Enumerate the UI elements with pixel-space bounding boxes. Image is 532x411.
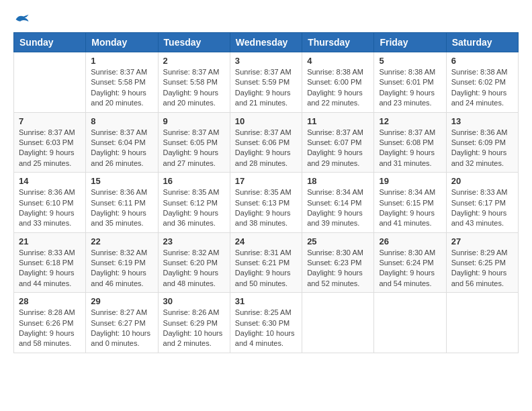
day-number: 9 <box>163 116 225 126</box>
day-info: Sunrise: 8:31 AMSunset: 6:21 PMDaylight:… <box>235 248 297 289</box>
day-info: Sunrise: 8:37 AMSunset: 5:59 PMDaylight:… <box>235 67 297 109</box>
day-info: Sunrise: 8:35 AMSunset: 6:12 PMDaylight:… <box>163 187 225 229</box>
day-number: 12 <box>379 116 441 126</box>
calendar-cell: 17Sunrise: 8:35 AMSunset: 6:13 PMDayligh… <box>230 173 302 233</box>
day-number: 19 <box>379 176 441 186</box>
day-number: 7 <box>19 116 81 126</box>
calendar-cell: 7Sunrise: 8:37 AMSunset: 6:03 PMDaylight… <box>14 112 86 173</box>
calendar-cell: 4Sunrise: 8:38 AMSunset: 6:00 PMDaylight… <box>302 52 374 113</box>
calendar-week-row: 7Sunrise: 8:37 AMSunset: 6:03 PMDaylight… <box>14 112 519 173</box>
calendar-cell: 28Sunrise: 8:28 AMSunset: 6:26 PMDayligh… <box>14 293 86 353</box>
weekday-header-friday: Friday <box>374 33 446 52</box>
day-number: 31 <box>235 296 297 306</box>
day-number: 21 <box>19 236 81 246</box>
calendar-cell: 1Sunrise: 8:37 AMSunset: 5:58 PMDaylight… <box>86 52 158 113</box>
calendar-cell: 13Sunrise: 8:36 AMSunset: 6:09 PMDayligh… <box>446 112 518 173</box>
day-info: Sunrise: 8:37 AMSunset: 6:07 PMDaylight:… <box>307 128 369 169</box>
calendar-week-row: 1Sunrise: 8:37 AMSunset: 5:58 PMDaylight… <box>14 52 519 113</box>
calendar-cell: 24Sunrise: 8:31 AMSunset: 6:21 PMDayligh… <box>230 232 302 293</box>
calendar-cell <box>302 293 374 353</box>
calendar-cell: 8Sunrise: 8:37 AMSunset: 6:04 PMDaylight… <box>86 112 158 173</box>
day-info: Sunrise: 8:37 AMSunset: 5:58 PMDaylight:… <box>91 67 152 109</box>
calendar-cell: 2Sunrise: 8:37 AMSunset: 5:58 PMDaylight… <box>158 52 230 113</box>
calendar-week-row: 28Sunrise: 8:28 AMSunset: 6:26 PMDayligh… <box>14 293 519 353</box>
calendar-cell: 6Sunrise: 8:38 AMSunset: 6:02 PMDaylight… <box>446 52 518 113</box>
day-info: Sunrise: 8:25 AMSunset: 6:30 PMDaylight:… <box>235 308 297 349</box>
calendar-cell: 29Sunrise: 8:27 AMSunset: 6:27 PMDayligh… <box>86 293 158 353</box>
weekday-header-saturday: Saturday <box>446 33 518 52</box>
calendar-cell: 19Sunrise: 8:34 AMSunset: 6:15 PMDayligh… <box>374 173 446 233</box>
calendar-cell: 21Sunrise: 8:33 AMSunset: 6:18 PMDayligh… <box>14 232 86 293</box>
weekday-header-sunday: Sunday <box>14 33 86 52</box>
day-number: 26 <box>379 236 441 246</box>
weekday-header-monday: Monday <box>86 33 158 52</box>
calendar-cell <box>446 293 518 353</box>
day-info: Sunrise: 8:38 AMSunset: 6:00 PMDaylight:… <box>307 67 369 109</box>
calendar-cell: 5Sunrise: 8:38 AMSunset: 6:01 PMDaylight… <box>374 52 446 113</box>
day-info: Sunrise: 8:30 AMSunset: 6:24 PMDaylight:… <box>379 248 441 289</box>
calendar-week-row: 14Sunrise: 8:36 AMSunset: 6:10 PMDayligh… <box>14 173 519 233</box>
calendar-cell: 15Sunrise: 8:36 AMSunset: 6:11 PMDayligh… <box>86 173 158 233</box>
day-info: Sunrise: 8:37 AMSunset: 6:03 PMDaylight:… <box>19 128 81 169</box>
day-info: Sunrise: 8:32 AMSunset: 6:19 PMDaylight:… <box>91 248 152 289</box>
calendar-cell: 12Sunrise: 8:37 AMSunset: 6:08 PMDayligh… <box>374 112 446 173</box>
day-number: 23 <box>163 236 225 246</box>
day-number: 16 <box>163 176 225 186</box>
day-info: Sunrise: 8:28 AMSunset: 6:26 PMDaylight:… <box>19 308 81 349</box>
calendar-cell: 11Sunrise: 8:37 AMSunset: 6:07 PMDayligh… <box>302 112 374 173</box>
day-number: 10 <box>235 116 297 126</box>
day-info: Sunrise: 8:36 AMSunset: 6:09 PMDaylight:… <box>451 128 513 169</box>
calendar-cell: 10Sunrise: 8:37 AMSunset: 6:06 PMDayligh… <box>230 112 302 173</box>
day-info: Sunrise: 8:33 AMSunset: 6:17 PMDaylight:… <box>451 187 513 229</box>
day-number: 13 <box>451 116 513 126</box>
calendar-table: SundayMondayTuesdayWednesdayThursdayFrid… <box>13 32 519 353</box>
day-info: Sunrise: 8:38 AMSunset: 6:01 PMDaylight:… <box>379 67 441 109</box>
calendar-week-row: 21Sunrise: 8:33 AMSunset: 6:18 PMDayligh… <box>14 232 519 293</box>
weekday-header-wednesday: Wednesday <box>230 33 302 52</box>
day-number: 2 <box>163 56 225 66</box>
day-info: Sunrise: 8:37 AMSunset: 6:08 PMDaylight:… <box>379 128 441 169</box>
day-number: 30 <box>163 296 225 306</box>
day-info: Sunrise: 8:36 AMSunset: 6:10 PMDaylight:… <box>19 187 81 229</box>
calendar-cell: 26Sunrise: 8:30 AMSunset: 6:24 PMDayligh… <box>374 232 446 293</box>
day-number: 4 <box>307 56 369 66</box>
day-number: 22 <box>91 236 152 246</box>
calendar-cell: 14Sunrise: 8:36 AMSunset: 6:10 PMDayligh… <box>14 173 86 233</box>
day-number: 25 <box>307 236 369 246</box>
calendar-cell: 16Sunrise: 8:35 AMSunset: 6:12 PMDayligh… <box>158 173 230 233</box>
weekday-header-thursday: Thursday <box>302 33 374 52</box>
weekday-header-row: SundayMondayTuesdayWednesdayThursdayFrid… <box>14 33 519 52</box>
day-info: Sunrise: 8:29 AMSunset: 6:25 PMDaylight:… <box>451 248 513 289</box>
day-info: Sunrise: 8:26 AMSunset: 6:29 PMDaylight:… <box>163 308 225 349</box>
day-number: 14 <box>19 176 81 186</box>
day-info: Sunrise: 8:34 AMSunset: 6:14 PMDaylight:… <box>307 187 369 229</box>
day-info: Sunrise: 8:30 AMSunset: 6:23 PMDaylight:… <box>307 248 369 289</box>
calendar-cell: 27Sunrise: 8:29 AMSunset: 6:25 PMDayligh… <box>446 232 518 293</box>
day-number: 5 <box>379 56 441 66</box>
day-info: Sunrise: 8:27 AMSunset: 6:27 PMDaylight:… <box>91 308 152 349</box>
day-info: Sunrise: 8:35 AMSunset: 6:13 PMDaylight:… <box>235 187 297 229</box>
day-info: Sunrise: 8:37 AMSunset: 5:58 PMDaylight:… <box>163 67 225 109</box>
calendar-cell: 9Sunrise: 8:37 AMSunset: 6:05 PMDaylight… <box>158 112 230 173</box>
day-number: 24 <box>235 236 297 246</box>
day-number: 8 <box>91 116 152 126</box>
day-number: 27 <box>451 236 513 246</box>
calendar-cell <box>374 293 446 353</box>
logo <box>13 13 30 26</box>
day-number: 29 <box>91 296 152 306</box>
day-number: 6 <box>451 56 513 66</box>
day-info: Sunrise: 8:34 AMSunset: 6:15 PMDaylight:… <box>379 187 441 229</box>
day-number: 28 <box>19 296 81 306</box>
day-number: 17 <box>235 176 297 186</box>
weekday-header-tuesday: Tuesday <box>158 33 230 52</box>
day-number: 18 <box>307 176 369 186</box>
day-number: 3 <box>235 56 297 66</box>
day-number: 11 <box>307 116 369 126</box>
day-number: 15 <box>91 176 152 186</box>
logo-bird-icon <box>15 13 30 26</box>
calendar-cell: 20Sunrise: 8:33 AMSunset: 6:17 PMDayligh… <box>446 173 518 233</box>
calendar-cell: 18Sunrise: 8:34 AMSunset: 6:14 PMDayligh… <box>302 173 374 233</box>
calendar-cell <box>14 52 86 113</box>
day-info: Sunrise: 8:33 AMSunset: 6:18 PMDaylight:… <box>19 248 81 289</box>
day-info: Sunrise: 8:38 AMSunset: 6:02 PMDaylight:… <box>451 67 513 109</box>
